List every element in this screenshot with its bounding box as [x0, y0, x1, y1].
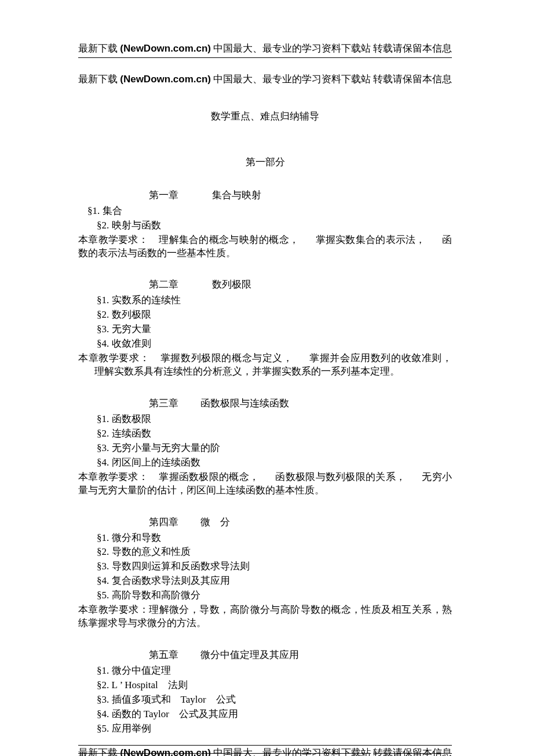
chapter-title: 集合与映射	[212, 189, 261, 202]
chapter-title: 数列极限	[212, 278, 251, 292]
requirement-lead: 本章教学要求：	[78, 471, 148, 482]
header2-left-bold: (NewDown.com.cn)	[120, 74, 211, 85]
section-item: §1. 微分中值定理	[97, 664, 452, 678]
header2-left-prefix: 最新下载	[78, 74, 120, 85]
requirement-segment: 掌握并会应用数列的收敛准则，	[309, 352, 452, 364]
footer-left-suffix: 中国最大、最专业的学习资料下载站	[211, 747, 371, 756]
chapter-title: 函数极限与连续函数	[200, 397, 289, 410]
chapter-heading: 第一章集合与映射	[149, 189, 452, 202]
chapter-heading: 第四章微 分	[149, 516, 452, 529]
header-left-suffix: 中国最大、最专业的学习资料下载站	[211, 43, 371, 54]
section-item: §4. 收敛准则	[97, 337, 452, 351]
chapter-heading: 第三章函数极限与连续函数	[149, 397, 452, 410]
chapter-title: 微 分	[200, 516, 230, 529]
requirement-segment: 理解实数系具有连续性的分析意义，并掌握实数系的一系列基本定理。	[94, 366, 400, 377]
page-header-second: 最新下载 (NewDown.com.cn) 中国最大、最专业的学习资料下载站 转…	[78, 73, 452, 88]
document-title: 数学重点、难点归纳辅导	[78, 110, 452, 123]
requirement-segment: 掌握函数极限的概念，	[159, 471, 259, 482]
chapter-label: 第四章	[149, 516, 178, 529]
chapter-title: 微分中值定理及其应用	[200, 649, 299, 662]
section-item: §1. 集合	[87, 205, 452, 218]
section-item: §4. 闭区间上的连续函数	[97, 456, 452, 470]
section-item: §5. 高阶导数和高阶微分	[97, 589, 452, 602]
chapter-label: 第二章	[149, 278, 178, 292]
requirement-segment: 掌握数列极限的概念与定义，	[160, 352, 293, 364]
requirement-segment: 掌握实数集合的表示法，	[315, 234, 425, 245]
requirement-segment: 函数极限与数列极限的关系，	[275, 471, 406, 482]
section-item: §1. 函数极限	[97, 413, 452, 426]
chapter-label: 第三章	[149, 397, 178, 410]
section-item: §2. 导数的意义和性质	[97, 546, 452, 559]
header-left: 最新下载 (NewDown.com.cn) 中国最大、最专业的学习资料下载站	[78, 42, 371, 56]
requirement-lead: 本章教学要求：理解微分，导数，高阶微分与高阶导数的概念，性质及相互关系，熟练掌握…	[78, 604, 452, 628]
page-footer: 最新下载 (NewDown.com.cn) 中国最大、最专业的学习资料下载站 转…	[78, 745, 452, 756]
requirement-segment: 理解集合的概念与映射的概念，	[159, 234, 299, 245]
header2-left: 最新下载 (NewDown.com.cn) 中国最大、最专业的学习资料下载站	[78, 73, 371, 86]
header-left-bold: (NewDown.com.cn)	[120, 43, 211, 54]
section-item: §3. 无穷小量与无穷大量的阶	[97, 442, 452, 455]
chapter-requirement: 本章教学要求：掌握函数极限的概念，函数极限与数列极限的关系，无穷小量与无穷大量阶…	[78, 471, 452, 497]
chapter-requirement: 本章教学要求：理解微分，导数，高阶微分与高阶导数的概念，性质及相互关系，熟练掌握…	[78, 604, 452, 630]
section-item: §5. 应用举例	[97, 722, 452, 736]
header2-left-suffix: 中国最大、最专业的学习资料下载站	[211, 74, 371, 85]
header-left-prefix: 最新下载	[78, 43, 120, 54]
section-item: §2. 数列极限	[97, 308, 452, 322]
section-item: §4. 复合函数求导法则及其应用	[97, 575, 452, 588]
section-item: §4. 函数的 Taylor 公式及其应用	[97, 708, 452, 721]
footer-left: 最新下载 (NewDown.com.cn) 中国最大、最专业的学习资料下载站	[78, 747, 371, 756]
section-item: §1. 微分和导数	[97, 532, 452, 545]
footer-left-prefix: 最新下载	[78, 747, 120, 756]
section-item: §1. 实数系的连续性	[97, 294, 452, 307]
section-item: §2. 映射与函数	[97, 219, 452, 232]
chapter-label: 第一章	[149, 189, 178, 202]
section-item: §2. L ’ Hospital 法则	[97, 679, 452, 692]
page: 最新下载 (NewDown.com.cn) 中国最大、最专业的学习资料下载站 转…	[0, 0, 533, 756]
header2-right: 转载请保留本信息	[373, 73, 452, 86]
part-label: 第一部分	[78, 156, 452, 169]
content-body: 第一章集合与映射§1. 集合§2. 映射与函数本章教学要求：理解集合的概念与映射…	[78, 189, 452, 745]
footer-left-bold: (NewDown.com.cn)	[120, 747, 211, 756]
section-item: §3. 导数四则运算和反函数求导法则	[97, 560, 452, 573]
chapter-heading: 第二章数列极限	[149, 278, 452, 292]
page-header-top: 最新下载 (NewDown.com.cn) 中国最大、最专业的学习资料下载站 转…	[78, 42, 452, 58]
chapter-requirement: 本章教学要求：掌握数列极限的概念与定义，掌握并会应用数列的收敛准则，理解实数系具…	[78, 352, 452, 379]
requirement-lead: 本章教学要求：	[78, 234, 148, 245]
chapter-heading: 第五章微分中值定理及其应用	[149, 649, 452, 662]
header-right: 转载请保留本信息	[373, 42, 452, 56]
footer-right: 转载请保留本信息	[373, 747, 452, 756]
requirement-lead: 本章教学要求：	[78, 352, 149, 364]
section-item: §2. 连续函数	[97, 427, 452, 441]
chapter-requirement: 本章教学要求：理解集合的概念与映射的概念，掌握实数集合的表示法，函数的表示法与函…	[78, 234, 452, 260]
section-item: §3. 无穷大量	[97, 323, 452, 336]
section-item: §3. 插值多项式和 Taylor 公式	[97, 693, 452, 707]
chapter-label: 第五章	[149, 649, 178, 662]
